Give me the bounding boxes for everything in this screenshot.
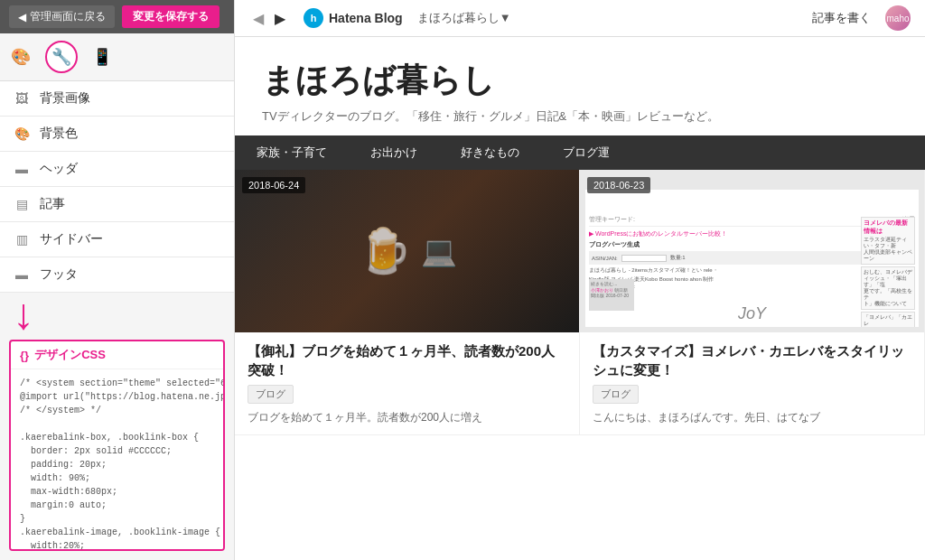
article-1-date: 2018-06-24: [242, 177, 305, 193]
article-2-title[interactable]: 【カスタマイズ】ヨメレバ・カエレバをスタイリッシュに変更！: [593, 341, 911, 379]
nav-back-button[interactable]: ◀: [249, 8, 267, 29]
top-bar: ◀ 管理画面に戻る 変更を保存する: [0, 0, 234, 33]
article-2-date: 2018-06-23: [587, 177, 650, 193]
design-css-textarea[interactable]: /* <system section="theme" selected="665…: [11, 369, 223, 551]
settings-icon-circle[interactable]: 🔧: [45, 41, 78, 73]
write-button[interactable]: 記事を書く: [812, 10, 871, 26]
article-2-tag[interactable]: ブログ: [593, 385, 639, 404]
blog-name-nav[interactable]: まほろば暮らし▼: [417, 10, 511, 26]
menu-item-background-image[interactable]: 🖼 背景画像: [0, 81, 234, 117]
blog-main-title: まほろば暮らし: [262, 59, 898, 103]
menu-item-sidebar[interactable]: ▥ サイドバー: [0, 222, 234, 257]
right-panel: ◀ ▶ h Hatena Blog まほろば暮らし▼ 記事を書く maho まほ…: [235, 0, 925, 560]
blog-nav: 家族・子育て お出かけ 好きなもの ブログ運: [235, 135, 925, 170]
nav-item-family[interactable]: 家族・子育て: [235, 135, 349, 170]
nav-item-favorites[interactable]: 好きなもの: [439, 135, 541, 170]
curly-brace-icon: {}: [20, 349, 29, 362]
back-button[interactable]: ◀ 管理画面に戻る: [9, 5, 115, 28]
nav-arrows: ◀ ▶: [249, 8, 289, 29]
design-css-section: {} デザインCSS /* <system section="theme" se…: [9, 340, 225, 551]
palette-icon[interactable]: 🎨: [11, 47, 31, 67]
articles-grid: 2018-06-24 🍺 💻 【御礼】ブログを始めて１ヶ月半、読者数が200人突…: [235, 170, 925, 435]
wrench-icon: 🔧: [51, 47, 71, 67]
footer-icon: ▬: [13, 267, 31, 282]
laptop-icon: 💻: [421, 234, 457, 268]
blog-content: まほろば暮らし TVディレクターのブログ。「移住・旅行・グルメ」日記&「本・映画…: [235, 37, 925, 560]
nav-item-blog[interactable]: ブログ運: [541, 135, 631, 170]
hatena-logo: h: [304, 8, 323, 28]
left-panel: ◀ 管理画面に戻る 変更を保存する 🎨 🔧 📱 🖼 背景画像 🎨 背景色 ▬ ヘ…: [0, 0, 235, 560]
image-icon: 🖼: [13, 91, 31, 106]
mobile-icon[interactable]: 📱: [92, 47, 112, 67]
arrow-indicator: ↓: [0, 293, 234, 336]
article-1-title[interactable]: 【御礼】ブログを始めて１ヶ月半、読者数が200人突破！: [248, 341, 566, 379]
article-card-1: 2018-06-24 🍺 💻 【御礼】ブログを始めて１ヶ月半、読者数が200人突…: [235, 170, 580, 435]
menu-item-article[interactable]: ▤ 記事: [0, 187, 234, 222]
blog-header-bar: ◀ ▶ h Hatena Blog まほろば暮らし▼ 記事を書く maho: [235, 0, 925, 37]
down-arrow-icon: ↓: [13, 293, 34, 336]
save-button[interactable]: 変更を保存する: [122, 5, 220, 28]
article-2-thumb: 2018-06-23 管理キーワード: Amazon | 楽天 ▶ WordPr…: [580, 170, 924, 332]
nav-item-outing[interactable]: お出かけ: [349, 135, 439, 170]
article-1-thumb: 2018-06-24 🍺 💻: [235, 170, 579, 332]
icon-bar: 🎨 🔧 📱: [0, 33, 234, 81]
header-icon: ▬: [13, 162, 31, 176]
blog-subtitle: TVディレクターのブログ。「移住・旅行・グルメ」日記&「本・映画」レビューなど。: [262, 108, 898, 125]
beer-icon: 🍺: [358, 226, 412, 276]
menu-item-footer[interactable]: ▬ フッタ: [0, 257, 234, 293]
color-icon: 🎨: [13, 126, 31, 141]
menu-item-background-color[interactable]: 🎨 背景色: [0, 117, 234, 152]
article-icon: ▤: [13, 197, 31, 211]
joy-text: JoY: [738, 304, 766, 323]
article-1-body: 【御礼】ブログを始めて１ヶ月半、読者数が200人突破！ ブログ ブログを始めて１…: [235, 332, 579, 434]
sidebar-icon: ▥: [13, 232, 31, 247]
menu-item-header[interactable]: ▬ ヘッダ: [0, 152, 234, 187]
blog-title-section: まほろば暮らし TVディレクターのブログ。「移住・旅行・グルメ」日記&「本・映画…: [235, 37, 925, 135]
user-avatar: maho: [885, 5, 911, 31]
design-css-title: {} デザインCSS: [11, 341, 223, 369]
article-2-excerpt: こんにちは、まほろばんです。先日、はてなブ: [593, 409, 911, 425]
article-1-excerpt: ブログを始めて１ヶ月半。読者数が200人に増え: [248, 409, 566, 425]
blog-logo: h Hatena Blog: [304, 8, 403, 28]
article-card-2: 2018-06-23 管理キーワード: Amazon | 楽天 ▶ WordPr…: [580, 170, 925, 435]
article-2-body: 【カスタマイズ】ヨメレバ・カエレバをスタイリッシュに変更！ ブログ こんにちは、…: [580, 332, 924, 434]
article-1-tag[interactable]: ブログ: [248, 385, 294, 404]
nav-forward-button[interactable]: ▶: [271, 8, 289, 29]
